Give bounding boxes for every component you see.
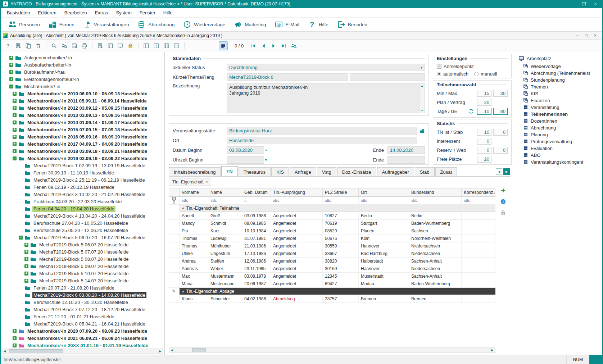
tree-expander-icon[interactable]: + (13, 336, 17, 340)
layout-rows-button[interactable] (172, 41, 181, 50)
toolbar-button-firmen[interactable]: Firmen (45, 18, 78, 31)
workspace-module-veranstaltungskontingent[interactable]: Veranstaltungskontingent (518, 159, 602, 165)
copy-record-button[interactable] (24, 41, 33, 50)
tree-item[interactable]: +Mechatroniker/-in 2012 03.09.12 - 05.09… (1, 104, 164, 112)
tree-item[interactable]: +Mechatroniker/-in 2016 05.09.16 - 06.09… (1, 133, 164, 140)
tree-item[interactable]: Ferien 04.04.20 - 19.04.20 Hasselfelde (1, 205, 164, 212)
table-row[interactable]: AnnettGroß03.09.1986Angemeldet10827Berli… (169, 212, 495, 220)
tab-anfrage[interactable]: Anfrage (290, 167, 316, 176)
tree-item[interactable]: +MechaT2019-Block 5 07.07.20 Hasselfelde (1, 248, 164, 255)
filter-cell[interactable]: = (242, 197, 271, 204)
tree-item[interactable]: +MechaT2019-Block 5 08.07.20 Hasselfelde (1, 255, 164, 263)
venue-picker-button[interactable] (417, 128, 425, 133)
tree-item[interactable]: −Mechatroniker/-in (1, 83, 164, 90)
tree-item[interactable]: Berufsschule 12.10.20 - 30.10.20 Hasself… (1, 299, 164, 306)
table-row[interactable]: PiaKurz10.10.1984Angemeldet08529PlauenSa… (169, 227, 495, 235)
tree-expander-icon[interactable]: + (13, 120, 17, 124)
tree-expander-icon[interactable]: + (9, 56, 13, 60)
table-group-row[interactable]: ✎◢Tln.-Eigenschaft: Absage (169, 288, 495, 295)
tree-item[interactable]: MechaT2019-Block 7 07.12.20 - 18.12.20 H… (1, 306, 164, 313)
workspace-module-planung[interactable]: Planung (518, 131, 602, 138)
datum-ende-input[interactable]: 14.08.2020 (387, 146, 425, 154)
tree-expander-icon[interactable]: + (13, 92, 17, 96)
menu-item-basisdaten[interactable]: Basisdaten (3, 8, 34, 17)
layout-right-button[interactable] (152, 41, 161, 50)
reserv-web-value-2[interactable]: 0 (493, 147, 508, 154)
refresh-button[interactable] (468, 108, 475, 114)
tree-item[interactable]: +Ausbaufacharbeiter/-in (1, 61, 164, 68)
screen-button[interactable] (116, 41, 125, 50)
toolbar-button-personen[interactable]: Personen (4, 18, 44, 31)
menu-item-hilfe[interactable]: Hilfe (159, 8, 177, 17)
filter-cell[interactable]: aBc (323, 197, 359, 204)
column-header-bundesland[interactable]: Bundesland (409, 188, 462, 196)
tn-ist-stab-value-1[interactable]: 10 (477, 129, 491, 136)
delete-record-button[interactable] (34, 41, 43, 50)
ort-input[interactable]: Hasselfelde (227, 137, 417, 144)
nav-prev-button[interactable] (259, 41, 268, 50)
minimize-icon[interactable]: – (567, 1, 578, 7)
tree-item[interactable]: +Mechatroniker/-in 2018 03.09.18 - 03.09… (1, 147, 164, 155)
tree-item[interactable]: +Mechatroniker/-in 2017 04.09.17 - 04.09… (1, 140, 164, 147)
tab-auftraggeber[interactable]: Auftraggeber (377, 167, 414, 176)
tree-expander-icon[interactable]: + (24, 250, 28, 254)
tree-item[interactable]: Ferien 30.09.19 - 11.10.19 Hasselfelde (1, 169, 164, 176)
tree-item[interactable]: Berufsschule 25.05.20 - 12.06.20 Hasself… (1, 227, 164, 234)
group-expand-icon[interactable]: ◢ (182, 207, 183, 210)
tree-expander-icon[interactable]: + (13, 329, 17, 333)
table-row[interactable]: ThomasMühlhuber21.03.1986Angemeldet30559… (169, 242, 495, 250)
column-header-plz-straße[interactable]: PLZ Straße (323, 188, 359, 196)
tree-expander-icon[interactable]: + (13, 128, 17, 132)
tree-expander-icon[interactable]: + (9, 63, 13, 67)
toolbar-button-beenden[interactable]: Beenden (333, 18, 371, 31)
tage-ue-value-1[interactable]: 10 (477, 108, 491, 115)
tree-item[interactable]: +Elektroanlagenmonteur/-in (1, 76, 164, 83)
workspace-module-abo[interactable]: ABO (518, 152, 602, 159)
kuerzel-input[interactable]: MechaT2019-Block 6 (227, 73, 348, 81)
tab-thesaurus[interactable]: Thesaurus (239, 167, 271, 176)
tree-horizontal-scrollbar[interactable]: ◀ ▶ (1, 349, 163, 354)
scrollbar-thumb[interactable] (192, 348, 206, 352)
automatisch-radio[interactable] (437, 72, 441, 76)
workspace-module-teilnehmerinnen[interactable]: TeilnehmerInnen (518, 111, 602, 118)
toolbar-button-abrechnung[interactable]: Abrechnung (133, 18, 178, 31)
workspace-module-veranstaltung[interactable]: Veranstaltung (518, 104, 602, 111)
workspace-module-prüfungsverwaltung[interactable]: Prüfungsverwaltung (518, 138, 602, 145)
scroll-right-icon[interactable]: ▶ (157, 350, 163, 353)
tree-item[interactable]: +Mechatroniker/-in 2014 01.09.14 - 01.09… (1, 119, 164, 126)
tree-item[interactable]: +Mechatroniker/-in 2021 06.09.21 - 06.09… (1, 335, 164, 342)
toolbar-button-hilfe[interactable]: ?Hilfe (304, 18, 332, 31)
table-row[interactable]: ThomasLudewig31.07.1981Angemeldet50676Kö… (169, 235, 495, 242)
min-max-value-1[interactable]: 15 (477, 90, 491, 97)
workspace-shortcut-kis[interactable]: KIS (518, 90, 602, 97)
menu-item-bearbeiten[interactable]: Bearbeiten (60, 8, 91, 17)
table-horizontal-scrollbar[interactable]: ◀ ▶ (169, 347, 495, 353)
tree-expander-icon[interactable]: + (9, 70, 13, 74)
mdi-maximize-icon[interactable]: □ (585, 33, 588, 38)
filter-cell[interactable]: aBc (462, 197, 495, 204)
report-button[interactable] (106, 41, 115, 50)
layout-left-button[interactable] (142, 41, 151, 50)
lock-gold-button[interactable] (126, 41, 135, 50)
tree-item[interactable]: MechaT2019-Block 8 05.04.21 - 16.04.21 H… (1, 320, 164, 327)
help-button[interactable]: ? (4, 41, 13, 50)
manuell-radio[interactable] (474, 72, 479, 76)
search-button[interactable] (50, 41, 59, 50)
tree-expander-icon[interactable]: − (9, 85, 13, 88)
tree-item[interactable]: +Mechatroniker/-in 2015 07.09.15 - 07.09… (1, 126, 164, 133)
freie-plätze-value-1[interactable]: 20 (477, 156, 491, 163)
tree-item[interactable]: Ferien 21.12.20 - 01.01.21 Hasselfelde (1, 313, 164, 320)
list-toggle-button[interactable] (219, 41, 228, 50)
workspace-shortcut-wiedervorlage[interactable]: Wiedervorlage (518, 63, 602, 70)
tree-item[interactable]: +MechaT2019-Block 5 09.07.20 Hasselfelde (1, 263, 164, 270)
tab-stab[interactable]: Stab (415, 167, 435, 176)
table-row[interactable]: MariaMustermann20.06.1987Angemeldet69427… (169, 280, 495, 288)
tree-item[interactable]: MechaT2019-Block 1 02.09.19 - 13.09.19 H… (1, 162, 164, 169)
tree-item[interactable]: Ferien 09.12.19 - 20.12.19 Hasselfelde (1, 183, 164, 191)
tree-expander-icon[interactable]: + (13, 135, 17, 139)
filter-cell[interactable]: aBc (208, 197, 242, 204)
table-row[interactable]: UlrikeUngestüm17.10.1986Angemeldet38667B… (169, 250, 495, 258)
uhrzeit-ende-input[interactable] (387, 156, 425, 164)
tab-scroll-right-button[interactable]: ▶ (503, 168, 510, 175)
table-row[interactable]: MandySchmidt08.09.1985Angemeldet70619Stu… (169, 220, 495, 227)
